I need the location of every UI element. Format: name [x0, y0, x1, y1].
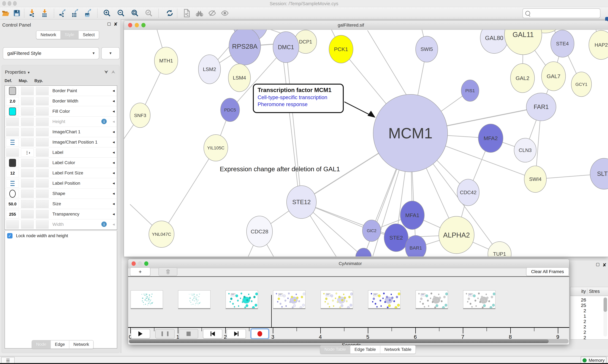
show-all-button[interactable] — [221, 9, 229, 18]
property-row-transparency[interactable]: 255Transparency◂ — [5, 209, 117, 219]
network-window-titlebar[interactable]: galFiltered.sif — [124, 21, 608, 30]
zoom-window-icon[interactable] — [144, 261, 148, 266]
mapping-cell[interactable] — [21, 190, 34, 198]
info-icon[interactable]: i — [101, 221, 107, 227]
tab-select[interactable]: Select — [79, 31, 99, 39]
first-neighbors-button[interactable] — [195, 9, 204, 18]
save-session-button[interactable] — [12, 9, 21, 18]
tab-style[interactable]: Style — [61, 31, 79, 39]
table-tab-network-table[interactable]: Network Table — [380, 346, 416, 353]
zoom-out-button[interactable] — [117, 9, 125, 18]
lock-size-checkbox[interactable]: ✓ — [7, 233, 13, 238]
frame-thumbnail-2[interactable] — [226, 290, 258, 308]
search-input[interactable] — [532, 11, 600, 16]
network-edge[interactable] — [368, 30, 410, 102]
properties-header[interactable]: Properties ▼ — [5, 70, 30, 75]
network-node-tup1[interactable]: TUP1 — [488, 242, 511, 257]
network-node-pdc5[interactable]: PDC5 — [221, 98, 240, 122]
network-node-ste2[interactable]: STE2 — [384, 224, 408, 252]
bypass-cell[interactable] — [36, 221, 49, 229]
property-row-label[interactable]: ⋮›Label◂ — [5, 147, 117, 158]
default-value-cell[interactable]: 255 — [6, 210, 19, 218]
export-table-button[interactable] — [70, 9, 79, 18]
expand-arrow-icon[interactable]: ◂ — [112, 181, 115, 186]
hide-selected-button[interactable] — [208, 9, 217, 18]
zoom-window-icon[interactable] — [141, 23, 146, 27]
bypass-cell[interactable] — [36, 118, 49, 126]
network-edge[interactable] — [162, 148, 216, 234]
bypass-cell[interactable] — [36, 107, 49, 116]
network-node-ppartial[interactable] — [356, 248, 372, 257]
stop-button[interactable] — [179, 329, 198, 338]
skip-to-end-button[interactable] — [227, 329, 246, 338]
bypass-cell[interactable] — [36, 87, 49, 95]
mapping-cell[interactable] — [21, 159, 34, 167]
network-node-yil105c[interactable]: YIL105C — [204, 135, 228, 161]
bypass-cell[interactable] — [36, 190, 49, 198]
float-panel-icon[interactable]: ▢ — [596, 262, 600, 267]
default-value-cell[interactable]: 2.0 — [6, 97, 19, 105]
close-window-icon[interactable] — [132, 261, 136, 266]
property-row-label-position[interactable]: Label Position◂ — [5, 178, 117, 188]
frame-thumbnail-1[interactable] — [178, 290, 210, 308]
float-panel-icon[interactable]: ▢ — [107, 21, 111, 26]
network-node-mth1[interactable]: MTH1 — [154, 47, 178, 74]
style-target-tab-network[interactable]: Network — [69, 340, 93, 349]
search-field[interactable] — [523, 8, 600, 18]
network-node-gal11[interactable]: GAL11 — [504, 30, 542, 55]
import-table-button[interactable] — [40, 9, 49, 18]
network-node-gal80[interactable]: GAL80 — [480, 30, 508, 53]
expand-arrow-icon[interactable]: ◂ — [112, 119, 115, 124]
expand-arrow-icon[interactable]: ◂ — [112, 140, 115, 144]
mapping-cell[interactable] — [21, 138, 34, 146]
network-node-mcm1[interactable]: MCM1 — [373, 94, 448, 172]
network-node-gal2[interactable]: GAL2 — [511, 64, 535, 93]
default-value-cell[interactable] — [6, 159, 19, 167]
clear-all-frames-button[interactable]: Clear All Frames — [526, 267, 569, 276]
property-row-border-width[interactable]: 2.0Border Width◂ — [5, 96, 117, 106]
property-row-size[interactable]: 50.0Size◂ — [5, 199, 117, 209]
column-divider[interactable] — [587, 288, 587, 294]
network-node-gal7[interactable]: GAL7 — [541, 62, 566, 91]
expand-arrow-icon[interactable]: ◂ — [112, 150, 115, 155]
expand-arrow-icon[interactable]: ◂ — [112, 88, 115, 93]
bypass-cell[interactable] — [36, 210, 49, 218]
frame-thumbnail-7[interactable] — [463, 290, 496, 308]
bypass-cell[interactable] — [36, 128, 49, 136]
frame-thumbnail-3[interactable] — [273, 290, 305, 308]
zoom-fit-button[interactable] — [130, 9, 139, 18]
default-value-cell[interactable] — [6, 118, 19, 126]
property-row-image-chart-position-1[interactable]: Image/Chart Position 1◂ — [5, 137, 117, 147]
default-value-cell[interactable] — [6, 138, 19, 146]
pause-button[interactable] — [155, 329, 175, 338]
table-scrollbar[interactable] — [603, 297, 607, 337]
network-node-mfa1[interactable]: MFA1 — [400, 201, 424, 229]
bypass-cell[interactable] — [36, 97, 49, 105]
network-node-gcy1[interactable]: GCY1 — [571, 72, 592, 97]
annotation-box[interactable]: Transcription factor MCM1 Cell-type-spec… — [253, 84, 344, 113]
network-node-rps28a[interactable]: RPS28A — [229, 30, 261, 65]
property-row-height[interactable]: Heighti◂ — [5, 117, 117, 127]
info-icon[interactable]: i — [101, 119, 107, 124]
network-node-hap2[interactable]: HAP2 — [589, 30, 608, 59]
import-network-button[interactable] — [27, 9, 36, 18]
expand-arrow-icon[interactable]: ◂ — [112, 109, 115, 114]
default-value-cell[interactable] — [6, 128, 19, 136]
table-tab-edge-table[interactable]: Edge Table — [350, 346, 380, 353]
frame-thumbnail-0[interactable] — [131, 290, 163, 308]
network-node-gic2[interactable]: GIC2 — [362, 220, 381, 241]
network-node-ste12[interactable]: STE12 — [287, 186, 316, 219]
minimize-window-icon[interactable] — [138, 261, 142, 266]
network-node-snf3[interactable]: SNF3 — [130, 103, 150, 128]
expand-arrow-icon[interactable]: ◂ — [112, 160, 115, 165]
network-canvas[interactable]: RPS28BDCP1RPS28ADMC1PCK1SWI5GAL80GAL11ST… — [124, 30, 608, 257]
add-frame-button[interactable]: + — [130, 267, 151, 276]
mapping-cell[interactable] — [21, 179, 34, 188]
minimize-window-icon[interactable] — [135, 23, 139, 27]
mapping-cell[interactable] — [21, 87, 34, 95]
column-header-centrality[interactable]: ity — [570, 289, 586, 294]
bypass-cell[interactable] — [36, 148, 49, 157]
property-row-border-paint[interactable]: Border Paint◂ — [5, 86, 117, 96]
apply-layout-button[interactable] — [165, 9, 174, 18]
bypass-cell[interactable] — [36, 138, 49, 146]
